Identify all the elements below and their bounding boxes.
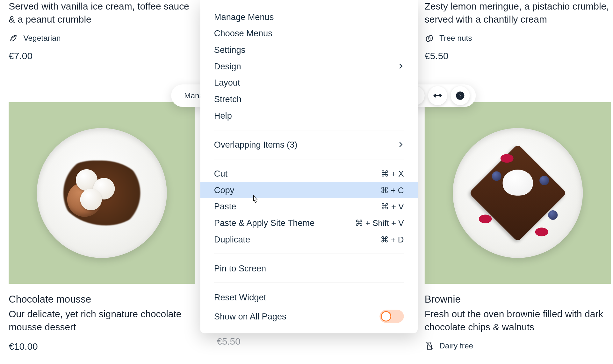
ctx-label: Pin to Screen bbox=[214, 263, 266, 273]
diet-label: Tree nuts bbox=[439, 34, 472, 43]
dish-description: Our delicate, yet rich signature chocola… bbox=[9, 308, 195, 333]
dish-price: €7.00 bbox=[9, 51, 195, 62]
ctx-shortcut: ⌘ + Shift + V bbox=[355, 218, 404, 228]
diet-label: Vegetarian bbox=[23, 34, 61, 43]
ctx-label: Paste & Apply Site Theme bbox=[214, 218, 314, 228]
leaf-icon bbox=[9, 33, 18, 43]
menu-item-card: Zesty lemon meringue, a pistachio crumbl… bbox=[425, 0, 611, 62]
dish-title: Chocolate mousse bbox=[9, 293, 195, 305]
tree-nuts-icon bbox=[425, 33, 434, 43]
ctx-label: Choose Menus bbox=[214, 28, 272, 38]
ctx-stretch[interactable]: Stretch bbox=[200, 91, 418, 108]
context-menu: Manage Menus Choose Menus Settings Desig… bbox=[200, 0, 418, 333]
ctx-label: Layout bbox=[214, 78, 240, 88]
ctx-settings[interactable]: Settings bbox=[200, 42, 418, 58]
ctx-copy[interactable]: Copy ⌘ + C bbox=[200, 182, 418, 198]
diet-tag: Vegetarian bbox=[9, 33, 195, 43]
ctx-overlapping-items[interactable]: Overlapping Items (3) bbox=[200, 136, 418, 153]
ctx-paste[interactable]: Paste ⌘ + V bbox=[200, 198, 418, 215]
dish-description: Zesty lemon meringue, a pistachio crumbl… bbox=[425, 0, 611, 26]
separator bbox=[214, 159, 404, 159]
dish-price: €5.50 bbox=[425, 51, 611, 62]
diet-tag: Dairy free bbox=[425, 341, 611, 351]
ctx-label: Manage Menus bbox=[214, 12, 274, 22]
svg-text:?: ? bbox=[458, 93, 462, 99]
help-icon: ? bbox=[456, 91, 465, 101]
separator bbox=[214, 283, 404, 283]
dish-price: €5.50 bbox=[217, 335, 403, 348]
ctx-label: Settings bbox=[214, 45, 245, 55]
ctx-layout[interactable]: Layout bbox=[200, 74, 418, 91]
menu-item-card: Served with vanilla ice cream, toffee sa… bbox=[9, 0, 195, 62]
ctx-label: Stretch bbox=[214, 94, 242, 104]
ctx-duplicate[interactable]: Duplicate ⌘ + D bbox=[200, 231, 418, 248]
ctx-label: Help bbox=[214, 110, 232, 120]
ctx-shortcut: ⌘ + C bbox=[380, 185, 404, 195]
ctx-label: Reset Widget bbox=[214, 292, 266, 302]
chevron-right-icon bbox=[398, 142, 404, 148]
menu-item-card: Chocolate mousse Our delicate, yet rich … bbox=[9, 102, 195, 353]
dish-photo bbox=[9, 102, 195, 284]
ctx-label: Design bbox=[214, 61, 241, 71]
stretch-button[interactable] bbox=[428, 86, 447, 105]
ctx-cut[interactable]: Cut ⌘ + X bbox=[200, 165, 418, 182]
separator bbox=[214, 130, 404, 130]
ctx-label: Paste bbox=[214, 201, 236, 211]
chevron-right-icon bbox=[398, 63, 404, 69]
ctx-paste-apply-site-theme[interactable]: Paste & Apply Site Theme ⌘ + Shift + V bbox=[200, 215, 418, 231]
ctx-pin-to-screen[interactable]: Pin to Screen bbox=[200, 260, 418, 276]
dish-photo bbox=[425, 102, 611, 284]
ctx-show-on-all-pages[interactable]: Show on All Pages bbox=[200, 305, 418, 323]
ctx-manage-menus[interactable]: Manage Menus bbox=[200, 9, 418, 25]
diet-label: Dairy free bbox=[439, 341, 473, 351]
dish-price: €10.00 bbox=[9, 341, 195, 352]
ctx-label: Overlapping Items (3) bbox=[214, 140, 298, 150]
ctx-help[interactable]: Help bbox=[200, 107, 418, 124]
ctx-design[interactable]: Design bbox=[200, 58, 418, 74]
diet-tag: Tree nuts bbox=[425, 33, 611, 43]
separator bbox=[214, 254, 404, 254]
ctx-shortcut: ⌘ + D bbox=[380, 234, 404, 244]
ctx-label: Duplicate bbox=[214, 234, 250, 244]
ctx-label: Cut bbox=[214, 169, 227, 178]
ctx-label: Show on All Pages bbox=[214, 312, 286, 321]
ctx-choose-menus[interactable]: Choose Menus bbox=[200, 25, 418, 42]
dairy-free-icon bbox=[425, 341, 434, 351]
stretch-icon bbox=[433, 91, 443, 101]
dish-description: Fresh out the oven brownie filled with d… bbox=[425, 308, 611, 333]
menu-item-card: Brownie Fresh out the oven brownie fille… bbox=[425, 102, 611, 359]
dish-title: Brownie bbox=[425, 293, 611, 305]
dish-description: Served with vanilla ice cream, toffee sa… bbox=[9, 0, 195, 26]
svg-point-1 bbox=[429, 35, 432, 41]
toggle-switch[interactable] bbox=[379, 310, 404, 323]
ctx-shortcut: ⌘ + X bbox=[381, 169, 404, 178]
ctx-shortcut: ⌘ + V bbox=[381, 201, 404, 211]
help-button[interactable]: ? bbox=[451, 86, 470, 105]
ctx-reset-widget[interactable]: Reset Widget bbox=[200, 289, 418, 305]
ctx-label: Copy bbox=[214, 185, 234, 195]
